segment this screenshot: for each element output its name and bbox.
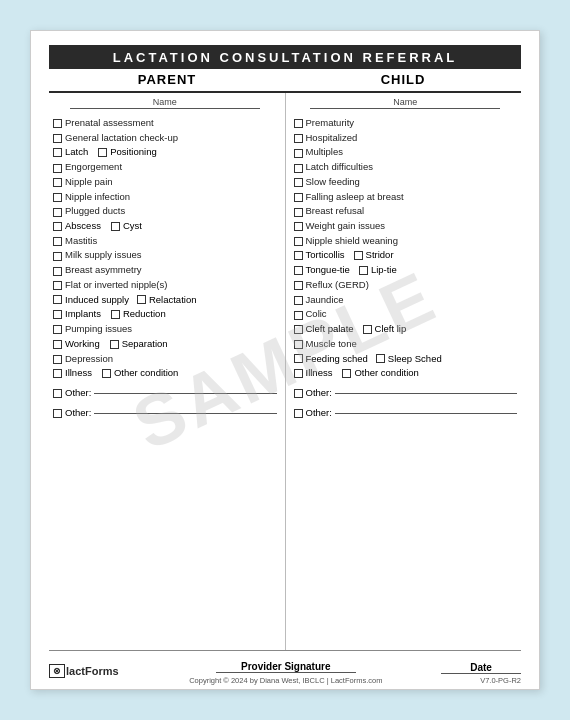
list-item: Nipple shield weaning xyxy=(294,234,518,249)
list-item: Prenatal assessment xyxy=(53,116,277,131)
list-item: Induced supply Relactation xyxy=(53,293,277,308)
checkbox[interactable] xyxy=(102,369,111,378)
checkbox[interactable] xyxy=(98,148,107,157)
checkbox[interactable] xyxy=(53,178,62,187)
child-header: CHILD xyxy=(285,69,521,90)
other-line-1: Other: xyxy=(53,386,277,401)
checkbox[interactable] xyxy=(294,237,303,246)
checkbox[interactable] xyxy=(294,266,303,275)
list-item: Tongue-tie Lip-tie xyxy=(294,263,518,278)
date-label: Date xyxy=(441,662,521,674)
child-name-field: Name xyxy=(294,97,518,112)
list-item: Milk supply issues xyxy=(53,248,277,263)
child-name-label: Name xyxy=(393,97,417,107)
list-item: Breast asymmetry xyxy=(53,263,277,278)
column-headers: PARENT CHILD xyxy=(49,69,521,93)
checkbox[interactable] xyxy=(294,251,303,260)
list-item: Plugged ducts xyxy=(53,204,277,219)
list-item: Illness Other condition xyxy=(294,366,518,381)
list-item: Cleft palate Cleft lip xyxy=(294,322,518,337)
checkbox[interactable] xyxy=(294,311,303,320)
checkbox[interactable] xyxy=(294,222,303,231)
version: V7.0-PG-R2 xyxy=(441,676,521,685)
checkbox[interactable] xyxy=(294,369,303,378)
checkbox[interactable] xyxy=(294,354,303,363)
logo-text: lactForms xyxy=(66,665,119,677)
list-item: Latch difficulties xyxy=(294,160,518,175)
checkbox[interactable] xyxy=(294,149,303,158)
checkbox[interactable] xyxy=(53,222,62,231)
list-item: Implants Reduction xyxy=(53,307,277,322)
checkbox[interactable] xyxy=(294,340,303,349)
checkbox[interactable] xyxy=(53,148,62,157)
checkbox[interactable] xyxy=(342,369,351,378)
checkbox[interactable] xyxy=(137,295,146,304)
list-item: Nipple infection xyxy=(53,190,277,205)
list-item: Illness Other condition xyxy=(53,366,277,381)
checkbox[interactable] xyxy=(363,325,372,334)
checkbox[interactable] xyxy=(376,354,385,363)
checkbox[interactable] xyxy=(294,208,303,217)
list-item: Weight gain issues xyxy=(294,219,518,234)
list-item: Muscle tone xyxy=(294,337,518,352)
checkbox[interactable] xyxy=(359,266,368,275)
checkbox[interactable] xyxy=(53,310,62,319)
list-item: Flat or inverted nipple(s) xyxy=(53,278,277,293)
list-item: Slow feeding xyxy=(294,175,518,190)
parent-header: PARENT xyxy=(49,69,285,90)
checkbox[interactable] xyxy=(53,355,62,364)
copyright: Copyright © 2024 by Diana West, IBCLC | … xyxy=(131,676,441,685)
checkbox[interactable] xyxy=(53,208,62,217)
checkbox[interactable] xyxy=(294,193,303,202)
checkbox[interactable] xyxy=(53,369,62,378)
other-line-2: Other: xyxy=(294,406,518,421)
checkbox[interactable] xyxy=(294,325,303,334)
checkbox[interactable] xyxy=(53,389,62,398)
checkbox[interactable] xyxy=(53,295,62,304)
checkbox[interactable] xyxy=(110,340,119,349)
list-item: Reflux (GERD) xyxy=(294,278,518,293)
checkbox[interactable] xyxy=(294,119,303,128)
checkbox[interactable] xyxy=(294,281,303,290)
list-item: General lactation check-up xyxy=(53,131,277,146)
checkbox[interactable] xyxy=(354,251,363,260)
form-title: LACTATION CONSULTATION REFERRAL xyxy=(49,45,521,69)
list-item: Nipple pain xyxy=(53,175,277,190)
checkbox[interactable] xyxy=(53,409,62,418)
list-item: Colic xyxy=(294,307,518,322)
checkbox[interactable] xyxy=(53,325,62,334)
list-item: Working Separation xyxy=(53,337,277,352)
checkbox[interactable] xyxy=(53,281,62,290)
checkbox[interactable] xyxy=(294,164,303,173)
checkbox[interactable] xyxy=(53,340,62,349)
checkbox[interactable] xyxy=(111,310,120,319)
list-item: Pumping issues xyxy=(53,322,277,337)
checkbox[interactable] xyxy=(111,222,120,231)
parent-name-label: Name xyxy=(153,97,177,107)
list-item: Prematurity xyxy=(294,116,518,131)
checkbox[interactable] xyxy=(294,134,303,143)
checkbox[interactable] xyxy=(294,389,303,398)
checkbox[interactable] xyxy=(53,237,62,246)
logo: ⊗ lactForms xyxy=(49,664,119,678)
list-item: Torticollis Stridor xyxy=(294,248,518,263)
list-item: Falling asleep at breast xyxy=(294,190,518,205)
footer-center: Provider Signature Copyright © 2024 by D… xyxy=(131,656,441,685)
child-column: Name Prematurity Hospitalized Multiples … xyxy=(286,93,522,650)
provider-signature-label: Provider Signature xyxy=(216,661,356,673)
footer: ⊗ lactForms Provider Signature Copyright… xyxy=(49,650,521,689)
content-area: Name Prenatal assessment General lactati… xyxy=(49,93,521,650)
checkbox[interactable] xyxy=(294,178,303,187)
checkbox[interactable] xyxy=(53,134,62,143)
list-item: Latch Positioning xyxy=(53,145,277,160)
checkbox[interactable] xyxy=(294,296,303,305)
list-item: Engorgement xyxy=(53,160,277,175)
checkbox[interactable] xyxy=(53,267,62,276)
checkbox[interactable] xyxy=(53,164,62,173)
checkbox[interactable] xyxy=(53,193,62,202)
checkbox[interactable] xyxy=(294,409,303,418)
checkbox[interactable] xyxy=(53,119,62,128)
checkbox[interactable] xyxy=(53,252,62,261)
footer-date: Date V7.0-PG-R2 xyxy=(441,657,521,685)
list-item: Multiples xyxy=(294,145,518,160)
